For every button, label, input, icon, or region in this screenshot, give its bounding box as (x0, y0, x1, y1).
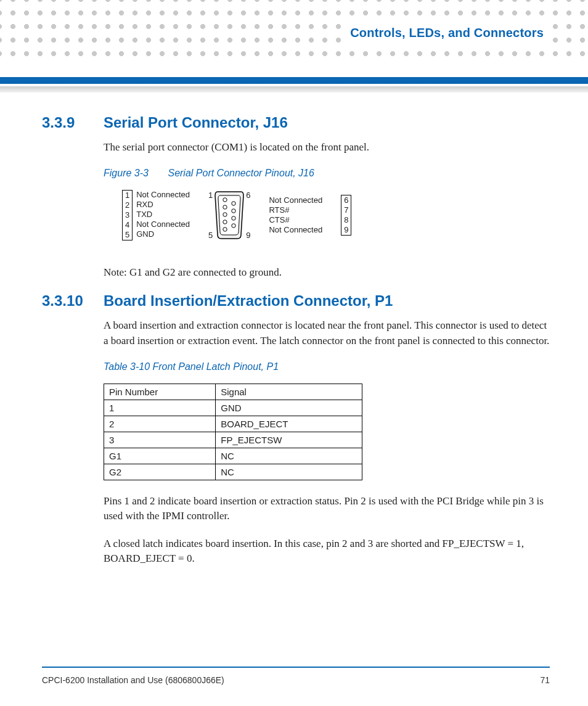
cell-pin: 3 (104, 432, 216, 448)
pin-num: 8 (341, 215, 351, 225)
pin-label: Not Connected (267, 195, 324, 205)
section-title: Serial Port Connector, J16 (104, 114, 288, 131)
pin-label: Not Connected (267, 225, 324, 235)
section-number: 3.3.10 (42, 292, 104, 310)
pin-label: CTS# (267, 215, 324, 225)
section2-intro: A board insertion and extraction connect… (104, 318, 550, 348)
section2-para3: A closed latch indicates board insertion… (104, 536, 550, 567)
pin-num: 1 (123, 191, 132, 200)
footer-rule (42, 667, 550, 668)
pin-num: 3 (123, 210, 132, 220)
left-pin-numbers-box: 1 2 3 4 5 (122, 190, 133, 240)
db9-pin-1: 1 (208, 191, 213, 200)
cell-signal: GND (216, 400, 362, 416)
page-content: 3.3.9 Serial Port Connector, J16 The ser… (42, 114, 550, 579)
pin-num: 9 (341, 225, 351, 235)
section-title: Board Insertion/Extraction Connector, P1 (104, 292, 393, 310)
cell-pin: 1 (104, 400, 216, 416)
header-gray-edge (0, 86, 588, 92)
section1-note: Note: G1 and G2 are connected to ground. (104, 265, 550, 281)
figure-title: Serial Port Connector Pinout, J16 (168, 168, 314, 178)
right-pin-labels: Not Connected RTS# CTS# Not Connected (267, 195, 324, 235)
page-footer: CPCI-6200 Installation and Use (6806800J… (42, 675, 550, 685)
cell-pin: 2 (104, 416, 216, 432)
pin-num: 6 (341, 195, 351, 205)
table-row: 2BOARD_EJECT (104, 416, 362, 432)
section2-para2: Pins 1 and 2 indicate board insertion or… (104, 494, 550, 524)
footer-doc-title: CPCI-6200 Installation and Use (6806800J… (42, 675, 224, 685)
table-row: G2NC (104, 464, 362, 480)
pin-label: Not Connected (135, 190, 191, 200)
pin-label: Not Connected (135, 220, 191, 229)
table-head-pin: Pin Number (104, 384, 216, 400)
pinout-table: Pin Number Signal 1GND 2BOARD_EJECT 3FP_… (104, 384, 362, 480)
pin-label: GND (135, 229, 191, 239)
db9-pin-9: 9 (246, 231, 250, 240)
section-heading: 3.3.10 Board Insertion/Extraction Connec… (42, 292, 550, 310)
table-caption: Table 3-10 Front Panel Latch Pinout, P1 (104, 361, 550, 372)
cell-signal: NC (216, 464, 362, 480)
table-head-signal: Signal (216, 384, 362, 400)
chapter-title-wrap: Controls, LEDs, and Connectors (343, 23, 551, 43)
section-number: 3.3.9 (42, 114, 104, 131)
pin-num: 4 (123, 220, 132, 230)
header-dot-pattern: Controls, LEDs, and Connectors (0, 0, 588, 60)
cell-signal: FP_EJECTSW (216, 432, 362, 448)
header-blue-bar (0, 77, 588, 84)
figure-caption: Figure 3-3 Serial Port Connector Pinout,… (104, 168, 550, 179)
cell-signal: NC (216, 448, 362, 464)
table-row: G1NC (104, 448, 362, 464)
db9-connector-icon: 1 5 (208, 191, 250, 240)
table-label: Table 3-10 Front Panel Latch Pinout, P1 (104, 361, 279, 372)
cell-pin: G1 (104, 448, 216, 464)
pin-num: 7 (341, 205, 351, 215)
pin-label: TXD (135, 210, 191, 220)
pin-num: 2 (123, 200, 132, 210)
table-row: 3FP_EJECTSW (104, 432, 362, 448)
chapter-title: Controls, LEDs, and Connectors (350, 26, 544, 39)
pin-label: RTS# (267, 205, 324, 215)
section-heading: 3.3.9 Serial Port Connector, J16 (42, 114, 550, 131)
db9-pin-6: 6 (246, 191, 250, 200)
serial-port-diagram: 1 2 3 4 5 Not Connected RXD TXD Not Conn… (122, 190, 550, 240)
pin-label: RXD (135, 200, 191, 210)
footer-page-number: 71 (540, 675, 550, 685)
cell-pin: G2 (104, 464, 216, 480)
cell-signal: BOARD_EJECT (216, 416, 362, 432)
right-pin-numbers-box: 6 7 8 9 (341, 195, 351, 236)
pin-num: 5 (123, 230, 132, 240)
figure-label: Figure 3-3 (104, 168, 165, 179)
table-row: 1GND (104, 400, 362, 416)
db9-pin-5: 5 (208, 231, 213, 240)
db9-icon (214, 191, 245, 240)
left-pin-labels: Not Connected RXD TXD Not Connected GND (135, 190, 191, 239)
section1-intro: The serial port connector (COM1) is loca… (104, 140, 550, 155)
